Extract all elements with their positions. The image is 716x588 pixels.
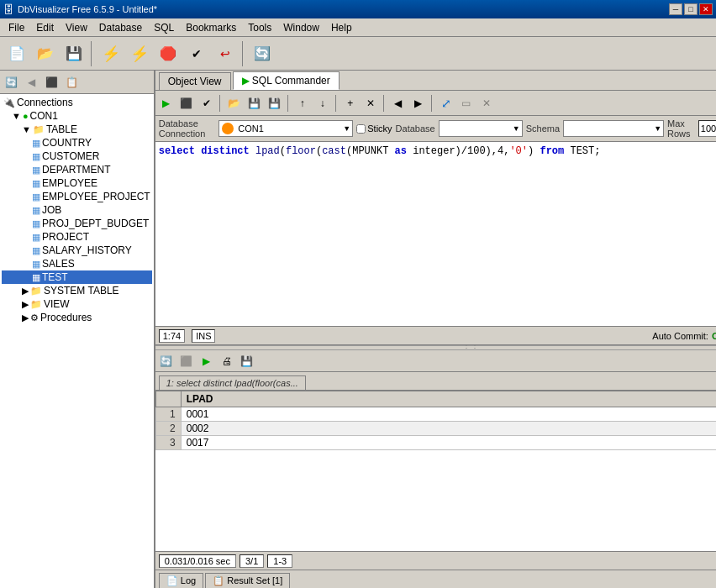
range-stat: 1-3 [267, 554, 292, 568]
toolbar-sep-2 [242, 41, 245, 66]
sql-open-btn[interactable]: 📂 [225, 94, 244, 113]
menu-bookmarks[interactable]: Bookmarks [181, 20, 241, 35]
sql-paren4: integer)/100),4, [407, 145, 509, 157]
tree-con1[interactable]: ▼ ● CON1 [2, 109, 152, 123]
tab-sql-commander-icon: ▶ [242, 75, 250, 87]
test-label: TEST [42, 271, 68, 283]
sql-history-prev-btn[interactable]: ↑ [293, 94, 312, 113]
tree-system-table[interactable]: ▶ 📁 SYSTEM TABLE [2, 284, 152, 297]
rows-stat: 3/1 [240, 554, 264, 568]
menu-file[interactable]: File [3, 20, 29, 35]
tree-table-employee[interactable]: ▦ EMPLOYEE [2, 176, 152, 190]
result-save-btn[interactable]: 💾 [238, 352, 256, 370]
schema-select[interactable]: ▼ [563, 120, 664, 137]
sql-table-name: TEST; [564, 145, 600, 157]
schema-label: Schema [526, 123, 560, 134]
result-refresh-btn[interactable]: 🔄 [157, 352, 176, 370]
connect-button[interactable]: ⚡ [97, 40, 124, 67]
tree-table-salary-history[interactable]: ▦ SALARY_HISTORY [2, 244, 152, 257]
tab-sql-commander[interactable]: ▶ SQL Commander [233, 71, 340, 90]
tab-object-view-label: Object View [168, 76, 222, 87]
con1-label: CON1 [30, 110, 58, 122]
result-stop-btn[interactable]: ⬛ [177, 352, 196, 370]
sql-sep-1 [219, 95, 222, 112]
save-button[interactable]: 💾 [61, 40, 87, 67]
menu-help[interactable]: Help [326, 20, 357, 35]
maximize-button[interactable]: □ [684, 3, 698, 15]
insert-mode: INS [192, 329, 215, 343]
refresh-button[interactable]: 🔄 [249, 40, 276, 67]
procedures-icon: ⚙ [30, 312, 39, 323]
max-rows-input[interactable]: 1000 [698, 120, 716, 137]
tree-view[interactable]: ▶ 📁 VIEW [2, 297, 152, 311]
stop-button[interactable]: 🛑 [155, 40, 182, 67]
tree-table-test[interactable]: ▦ TEST [2, 270, 152, 284]
result-tab-1-label: 1: select distinct lpad(floor(cas... [166, 378, 298, 388]
tree-table-job[interactable]: ▦ JOB [2, 203, 152, 217]
sql-close-tab-btn[interactable]: ✕ [361, 94, 380, 113]
result-print-btn[interactable]: 🖨 [218, 352, 236, 370]
sql-stop-btn[interactable]: ⬛ [177, 94, 196, 113]
menu-bar: File Edit View Database SQL Bookmarks To… [0, 18, 716, 37]
sql-save-btn[interactable]: 💾 [245, 94, 264, 113]
tree-procedures[interactable]: ▶ ⚙ Procedures [2, 311, 152, 324]
sql-add-tab-btn[interactable]: + [341, 94, 360, 113]
customer-icon: ▦ [32, 151, 40, 162]
sql-run-btn[interactable]: ▶ [157, 94, 176, 113]
menu-tools[interactable]: Tools [243, 20, 276, 35]
table-group-label: TABLE [46, 123, 77, 135]
menu-view[interactable]: View [61, 20, 92, 35]
bottom-tab-result-set[interactable]: 📋 Result Set [1] [205, 573, 290, 588]
auto-commit-label: Auto Commit: [652, 331, 708, 341]
db-connection-icon [222, 123, 234, 134]
menu-database[interactable]: Database [94, 20, 147, 35]
new-button[interactable]: 📄 [3, 40, 30, 67]
left-toolbar: 🔄 ◀ ⬛ 📋 [0, 71, 154, 94]
close-button[interactable]: ✕ [699, 3, 713, 15]
tree-table-customer[interactable]: ▦ CUSTOMER [2, 150, 152, 163]
tree-table-project[interactable]: ▦ PROJECT [2, 230, 152, 244]
disconnect-button[interactable]: ⚡ [126, 40, 153, 67]
sticky-checkbox[interactable] [356, 124, 366, 134]
menu-sql[interactable]: SQL [149, 20, 179, 35]
table-row: 3 0017 [155, 436, 716, 450]
sql-area: ▶ ⬛ ✔ 📂 💾 💾 ↑ ↓ + ✕ ◀ ▶ ⤢ ▭ ✕ [155, 91, 716, 588]
sql-minimize-btn[interactable]: ▭ [457, 94, 476, 113]
sql-history-next-btn[interactable]: ↓ [313, 94, 332, 113]
sql-check-btn[interactable]: ✔ [197, 94, 216, 113]
result-header-lpad: LPAD [181, 391, 716, 407]
row-num-3: 3 [155, 436, 181, 450]
sql-maximize-btn[interactable]: ⤢ [437, 94, 455, 113]
menu-edit[interactable]: Edit [31, 20, 59, 35]
sql-paren3: (MPUNKT [346, 145, 395, 157]
bottom-tab-log[interactable]: 📄 Log [159, 573, 203, 588]
tree-table-sales[interactable]: ▦ SALES [2, 257, 152, 270]
rollback-button[interactable]: ↩ [212, 40, 239, 67]
tab-object-view[interactable]: Object View [159, 72, 231, 90]
sql-close-btn[interactable]: ✕ [477, 94, 496, 113]
result-tab-1[interactable]: 1: select distinct lpad(floor(cas... [159, 375, 306, 390]
tree-table-country[interactable]: ▦ COUNTRY [2, 136, 152, 150]
tree-table-employee-project[interactable]: ▦ EMPLOYEE_PROJECT [2, 190, 152, 203]
left-back-btn[interactable]: ◀ [22, 73, 40, 92]
tree-table-group[interactable]: ▼ 📁 TABLE [2, 123, 152, 136]
left-expand-btn[interactable]: 📋 [62, 73, 81, 92]
tree-table-department[interactable]: ▦ DEPARTMENT [2, 163, 152, 176]
commit-button[interactable]: ✔ [183, 40, 210, 67]
employee-project-label: EMPLOYEE_PROJECT [42, 191, 150, 202]
database-select[interactable]: ▼ [439, 120, 523, 137]
left-refresh-btn[interactable]: 🔄 [2, 73, 20, 92]
minimize-button[interactable]: ─ [669, 3, 682, 15]
tree-connections[interactable]: 🔌 Connections [2, 96, 152, 109]
sticky-checkbox-label: Sticky [356, 123, 392, 134]
sql-editor[interactable]: select distinct lpad(floor(cast(MPUNKT a… [155, 142, 716, 327]
connection-select[interactable]: CON1 ▼ [218, 120, 353, 137]
sql-prev-tab-btn[interactable]: ◀ [389, 94, 408, 113]
tree-table-proj-dept-budget[interactable]: ▦ PROJ_DEPT_BUDGET [2, 217, 152, 230]
result-export-btn[interactable]: ▶ [197, 352, 216, 370]
sql-save-as-btn[interactable]: 💾 [266, 94, 284, 113]
left-stop-btn[interactable]: ⬛ [42, 73, 61, 92]
open-button[interactable]: 📂 [32, 40, 59, 67]
menu-window[interactable]: Window [278, 20, 324, 35]
sql-next-tab-btn[interactable]: ▶ [409, 94, 428, 113]
